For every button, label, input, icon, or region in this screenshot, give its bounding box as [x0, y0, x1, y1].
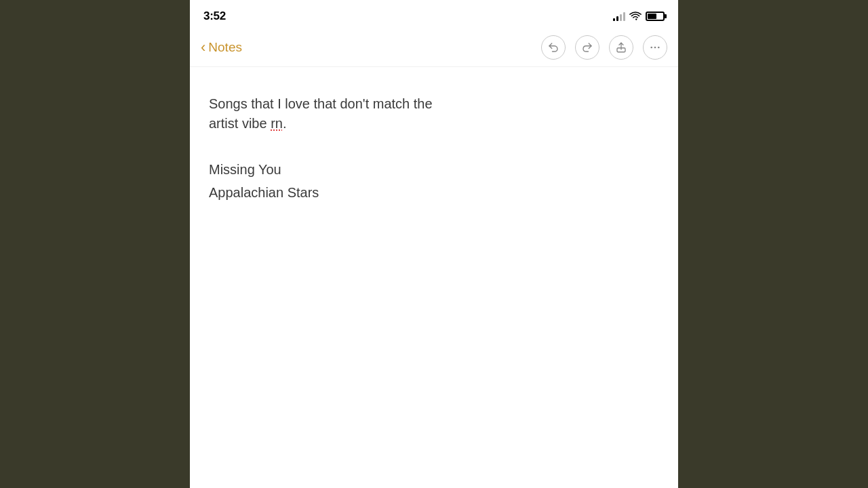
battery-fill [648, 14, 656, 19]
svg-point-1 [650, 47, 652, 49]
signal-icon [613, 12, 625, 21]
note-content[interactable]: Songs that I love that don't match the a… [190, 67, 678, 488]
nav-bar: ‹ Notes [190, 30, 678, 67]
nav-actions [541, 35, 667, 60]
svg-point-2 [654, 47, 656, 49]
note-list-item-1: Missing You [209, 158, 659, 181]
note-title: Songs that I love that don't match the a… [209, 94, 659, 134]
note-rn: rn [271, 116, 283, 131]
note-title-line1: Songs that I love that don't match the [209, 96, 433, 111]
undo-button[interactable] [541, 35, 566, 60]
signal-bar-2 [616, 16, 618, 21]
back-chevron-icon: ‹ [201, 40, 205, 55]
redo-button[interactable] [575, 35, 599, 60]
status-time: 3:52 [203, 9, 226, 23]
more-dots-icon [649, 41, 661, 54]
svg-point-3 [658, 47, 660, 49]
note-list-item-2: Appalachian Stars [209, 181, 659, 204]
status-icons [613, 12, 665, 21]
note-title-line2-post: . [283, 116, 287, 131]
status-bar: 3:52 [190, 0, 678, 30]
back-label: Notes [208, 40, 242, 55]
note-list: Missing You Appalachian Stars [209, 158, 659, 204]
share-button[interactable] [609, 35, 633, 60]
wifi-icon [629, 12, 642, 21]
signal-bar-3 [620, 14, 622, 21]
sidebar-left [0, 0, 190, 488]
battery-icon [646, 12, 665, 21]
notes-back-button[interactable]: ‹ Notes [201, 40, 541, 55]
sidebar-right [678, 0, 868, 488]
more-button[interactable] [643, 35, 667, 60]
note-title-line2-pre: artist vibe [209, 116, 271, 131]
undo-icon [547, 41, 559, 54]
phone-screen: 3:52 [190, 0, 678, 488]
signal-bar-4 [623, 12, 625, 21]
signal-bar-1 [613, 18, 615, 21]
redo-icon [581, 41, 593, 54]
share-icon [615, 41, 627, 54]
